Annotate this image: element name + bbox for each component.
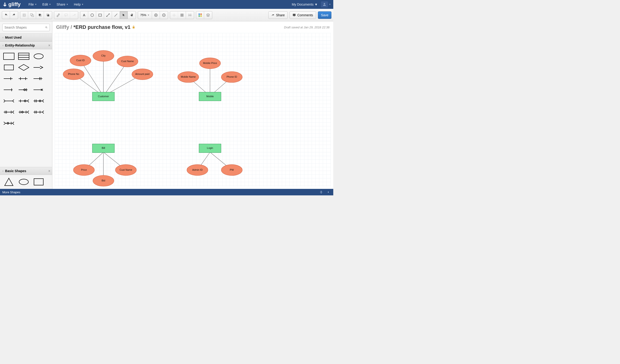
redo-icon (12, 13, 16, 17)
user-caret-icon[interactable]: ▼ (329, 3, 331, 6)
link-icon (56, 13, 60, 17)
er-conn-dh-shape[interactable] (2, 107, 15, 117)
svg-text:Amount paid: Amount paid (135, 73, 149, 75)
zoom-out-button[interactable] (160, 11, 168, 19)
undo-button[interactable] (2, 11, 10, 19)
toolbar: A 75%▼ Share Comments Save (0, 9, 333, 21)
theme-button[interactable] (196, 11, 204, 19)
svg-rect-19 (200, 15, 202, 17)
comments-button[interactable]: Comments (290, 11, 316, 19)
chevron-left-icon (326, 191, 330, 194)
connector-tool[interactable] (104, 11, 112, 19)
note-button (62, 11, 70, 19)
er-conn-dash-shape[interactable] (32, 85, 45, 94)
er-conn-one-one-many-shape[interactable] (32, 107, 45, 117)
ellipse-shape[interactable] (17, 177, 30, 186)
text-tool[interactable]: A (80, 11, 88, 19)
svg-text:Cust Name: Cust Name (121, 60, 134, 62)
my-documents-link[interactable]: My Documents▼ (292, 2, 318, 6)
svg-rect-3 (32, 15, 33, 16)
er-conn-many-shape[interactable] (2, 96, 15, 106)
collapse-icon (320, 191, 323, 194)
menu-file[interactable]: File▼ (26, 1, 39, 8)
more-shapes-link[interactable]: More Shapes (2, 191, 20, 194)
er-conn-circle-one-shape[interactable] (17, 85, 30, 94)
menu-help[interactable]: Help▼ (71, 1, 86, 8)
triangle-shape[interactable] (2, 177, 15, 186)
panel-most-used[interactable]: ≡Most Used (0, 33, 52, 41)
basic-shapes-panel (0, 175, 52, 189)
er-rect2-shape[interactable] (2, 63, 15, 72)
user-icon (322, 2, 326, 6)
grip-icon: ≡ (2, 44, 4, 47)
guide-icon (188, 13, 192, 17)
er-conn-cross-shape[interactable] (32, 63, 45, 72)
ungroup-button[interactable] (28, 11, 36, 19)
pointer-tool[interactable] (120, 11, 128, 19)
redo-button[interactable] (10, 11, 18, 19)
er-conn-double-circle-many-shape[interactable] (32, 96, 45, 106)
panel-entity-relationship[interactable]: ≡Entity-Relationship× (0, 41, 52, 49)
svg-text:Mobile Name: Mobile Name (181, 75, 196, 78)
zoom-in-button[interactable] (152, 11, 160, 19)
er-shapes-panel (0, 49, 52, 167)
svg-rect-22 (18, 53, 29, 60)
er-conn-double-shape[interactable] (32, 74, 45, 83)
search-input[interactable] (4, 26, 45, 29)
send-back-icon (46, 13, 50, 17)
svg-text:Phone No: Phone No (68, 73, 79, 75)
app-header: gliffy File▼ Edit▼ Share▼ Help▼ My Docum… (0, 0, 333, 9)
er-attribute-shape[interactable] (32, 52, 45, 61)
er-conn-circle-one-many-shape[interactable] (2, 119, 15, 128)
bring-front-button[interactable] (36, 11, 44, 19)
theme-icon (198, 13, 202, 17)
svg-rect-4 (39, 14, 41, 15)
user-menu[interactable] (321, 1, 328, 7)
send-back-button[interactable] (44, 11, 52, 19)
svg-rect-68 (34, 179, 43, 185)
pan-tool[interactable] (128, 11, 136, 19)
svg-rect-2 (31, 14, 32, 15)
er-conn-one-one-shape[interactable] (17, 74, 30, 83)
menu-share[interactable]: Share▼ (54, 1, 71, 8)
sidebar-toggle-button[interactable] (325, 190, 331, 195)
layers-button[interactable] (204, 11, 212, 19)
ellipse-tool[interactable] (88, 11, 96, 19)
svg-text:Mobile: Mobile (206, 95, 214, 98)
panel-basic-shapes[interactable]: ≡Basic Shapes× (0, 167, 52, 175)
er-conn-one-circle-many-shape[interactable] (17, 96, 30, 106)
close-icon[interactable]: × (48, 169, 50, 173)
line-tool[interactable] (112, 11, 120, 19)
menu-edit[interactable]: Edit▼ (40, 1, 53, 8)
share-button[interactable]: Share (268, 11, 288, 19)
save-button[interactable]: Save (318, 11, 331, 19)
canvas[interactable]: Gliffy / *ERD purchase flow, v1 Draft sa… (52, 21, 333, 189)
svg-rect-6 (47, 15, 49, 16)
rectangle-shape[interactable] (32, 177, 45, 186)
breadcrumb[interactable]: Gliffy / (56, 24, 72, 30)
link-button (54, 11, 62, 19)
er-entity-shape[interactable] (2, 52, 15, 61)
close-icon[interactable]: × (48, 44, 50, 47)
svg-point-67 (19, 179, 28, 185)
grid-button[interactable] (178, 11, 186, 19)
zoom-display[interactable]: 75%▼ (138, 11, 152, 19)
svg-text:PW: PW (230, 168, 234, 171)
shape-search[interactable] (2, 24, 50, 31)
er-conn-one-shape[interactable] (2, 74, 15, 83)
canvas-grid[interactable]: Phone No Cust ID City Cust Name Amount p… (55, 33, 331, 186)
doc-title[interactable]: *ERD purchase flow, v1 (73, 24, 136, 30)
svg-rect-26 (4, 65, 14, 70)
erd-diagram[interactable]: Phone No Cust ID City Cust Name Amount p… (55, 33, 331, 186)
svg-line-72 (103, 62, 127, 96)
svg-text:City: City (101, 54, 106, 57)
group-button[interactable] (20, 11, 28, 19)
er-weak-entity-shape[interactable] (17, 52, 30, 61)
collapse-sidebar-button[interactable] (318, 190, 324, 195)
rect-tool[interactable] (96, 11, 104, 19)
er-conn-plus-shape[interactable] (2, 85, 15, 94)
er-conn-one-circle-one-many-shape[interactable] (17, 107, 30, 117)
guide-button[interactable] (186, 11, 194, 19)
svg-text:Bill: Bill (102, 147, 105, 149)
er-relationship-shape[interactable] (17, 63, 30, 72)
